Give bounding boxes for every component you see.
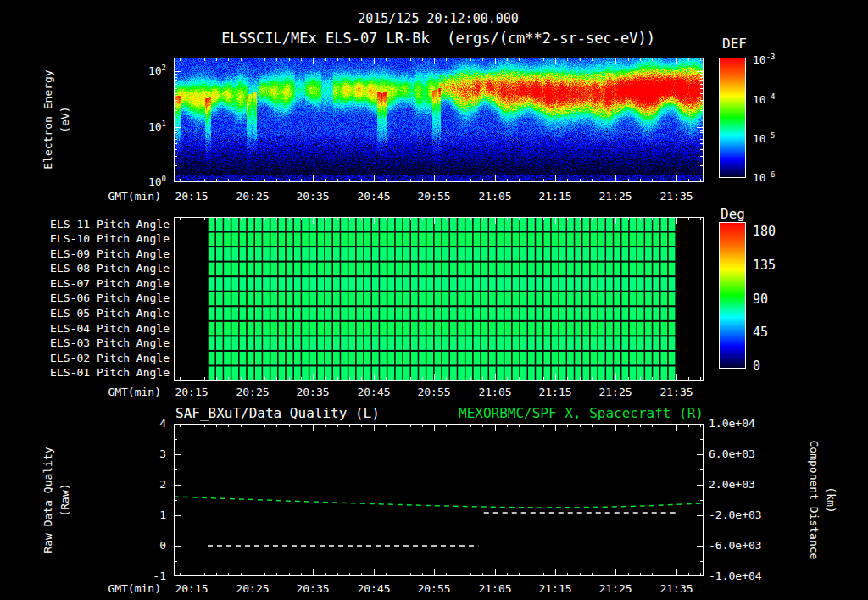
pitch-row-label: ELS-01 Pitch Angle: [25, 366, 170, 380]
deg-colorbar-tick: 135: [753, 258, 776, 273]
x-tick-label: 21:05: [475, 386, 515, 399]
right-ytick: 1.0e+04: [709, 417, 776, 431]
x-tick-label: 20:25: [232, 190, 273, 203]
right-ytick: 2.0e+03: [709, 478, 776, 492]
x-tick-label: 21:35: [656, 582, 697, 596]
page-subtitle: ELSSCIL/MEx ELS-07 LR-Bk (ergs/(cm**2-sr…: [184, 30, 693, 47]
left-ytick: 4: [129, 417, 166, 431]
x-axis-label: GMT(min): [72, 190, 161, 203]
x-tick-label: 20:45: [353, 190, 394, 203]
right-ytick: -2.0e+03: [709, 508, 776, 522]
deg-colorbar-tick: 90: [753, 292, 768, 307]
bottom-title-right: MEXORBMC/SPF X, Spacecraft (R): [398, 405, 704, 421]
left-ytick: 1: [129, 508, 166, 522]
x-tick-label: 21:05: [475, 190, 515, 203]
x-tick-label: 21:15: [535, 386, 576, 399]
plot-screen: 2015/125 20:12:00.000 ELSSCIL/MEx ELS-07…: [0, 0, 868, 600]
left-ytick: 2: [129, 478, 166, 492]
x-tick-label: 20:15: [171, 582, 212, 596]
pitch-row-label: ELS-09 Pitch Angle: [25, 247, 170, 261]
deg-colorbar-tick: 0: [753, 358, 760, 374]
pitch-row-label: ELS-08 Pitch Angle: [25, 262, 170, 275]
deg-colorbar-tick: 180: [753, 224, 776, 239]
x-tick-label: 21:25: [595, 386, 636, 399]
spectrogram-ytick: 102: [127, 64, 166, 78]
spectrogram-ytick: 101: [127, 120, 166, 134]
spectrogram-ylabel-units: (eV): [58, 26, 72, 213]
x-axis-label: GMT(min): [72, 582, 161, 596]
bottom-ylabel-right: Component Distance: [807, 407, 821, 593]
x-tick-label: 21:05: [475, 582, 515, 596]
pitch-row-label: ELS-04 Pitch Angle: [25, 322, 170, 336]
electron-energy-spectrogram: [174, 58, 704, 182]
spectrogram-ylabel: Electron Energy: [42, 26, 55, 213]
pitch-row-label: ELS-02 Pitch Angle: [25, 352, 170, 365]
def-colorbar-tick: 10-5: [753, 132, 776, 146]
left-ytick: -1: [129, 569, 166, 583]
page-title: 2015/125 20:12:00.000: [226, 11, 650, 26]
def-colorbar-tick: 10-6: [753, 171, 776, 185]
spectrogram-ytick: 100: [127, 175, 166, 189]
left-ytick: 3: [129, 447, 166, 461]
x-tick-label: 20:35: [292, 386, 333, 399]
x-tick-label: 20:25: [232, 386, 273, 399]
bottom-ylabel-left-units: (Raw): [58, 407, 72, 593]
quality-distance-lineplot: [174, 424, 704, 576]
x-tick-label: 20:35: [292, 190, 333, 203]
right-ytick: 6.0e+03: [709, 447, 776, 461]
x-tick-label: 20:15: [171, 190, 212, 203]
bottom-ylabel-right-units: (km): [824, 407, 837, 593]
pitch-row-label: ELS-11 Pitch Angle: [25, 218, 170, 231]
x-tick-label: 20:45: [353, 386, 394, 399]
pitch-row-label: ELS-05 Pitch Angle: [25, 307, 170, 320]
x-tick-label: 20:15: [171, 386, 212, 399]
bottom-ylabel-left: Raw Data Quality: [42, 407, 55, 593]
def-colorbar: [719, 58, 746, 178]
x-tick-label: 20:55: [414, 190, 454, 203]
pitch-row-label: ELS-10 Pitch Angle: [25, 232, 170, 246]
x-tick-label: 21:25: [595, 582, 636, 596]
x-tick-label: 21:35: [656, 386, 697, 399]
x-tick-label: 20:55: [414, 386, 454, 399]
deg-colorbar-tick: 45: [753, 325, 768, 340]
right-ytick: -6.0e+03: [709, 539, 776, 553]
def-colorbar-tick: 10-4: [753, 93, 776, 107]
x-tick-label: 20:25: [232, 582, 273, 596]
def-colorbar-tick: 10-3: [753, 53, 776, 67]
x-tick-label: 20:35: [292, 582, 333, 596]
pitch-angle-heatmap: [174, 217, 704, 381]
x-axis-label: GMT(min): [72, 386, 161, 399]
deg-colorbar: [719, 222, 746, 369]
x-tick-label: 20:55: [414, 582, 454, 596]
def-colorbar-title: DEF: [722, 36, 747, 52]
left-ytick: 0: [129, 539, 166, 553]
bottom-title-left: SAF_BXuT/Data Quality (L): [175, 405, 380, 421]
x-tick-label: 21:15: [535, 582, 576, 596]
x-tick-label: 21:25: [595, 190, 636, 203]
x-tick-label: 21:35: [656, 190, 697, 203]
x-tick-label: 20:45: [353, 582, 394, 596]
deg-colorbar-title: Deg: [721, 206, 745, 222]
pitch-row-label: ELS-03 Pitch Angle: [25, 336, 170, 350]
pitch-row-label: ELS-06 Pitch Angle: [25, 292, 170, 305]
right-ytick: -1.0e+04: [709, 569, 776, 583]
pitch-row-label: ELS-07 Pitch Angle: [25, 277, 170, 291]
x-tick-label: 21:15: [535, 190, 576, 203]
